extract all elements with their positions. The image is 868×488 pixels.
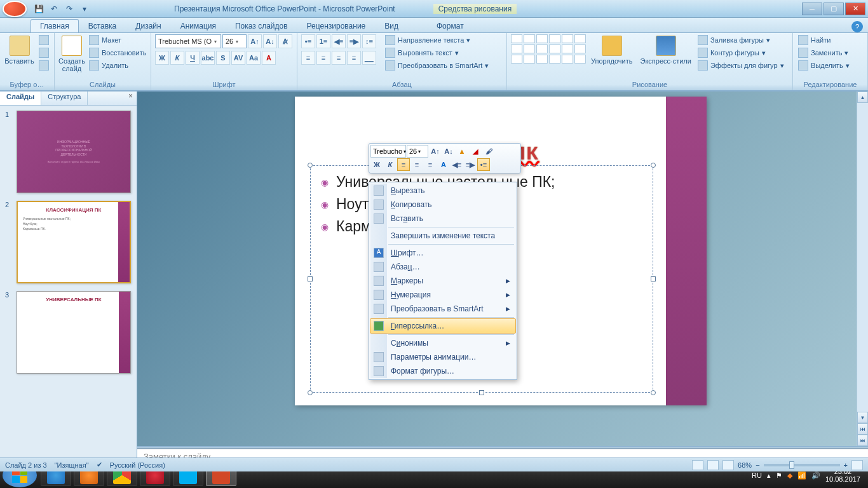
redo-icon[interactable]: ↷ bbox=[62, 2, 76, 16]
change-case-button[interactable]: Aa bbox=[247, 51, 261, 65]
slide-thumb-2[interactable]: КЛАССИФИКАЦИЯ ПК Универсальные настольны… bbox=[17, 201, 131, 283]
strike-button[interactable]: abc bbox=[201, 51, 215, 65]
undo-icon[interactable]: ↶ bbox=[47, 2, 61, 16]
status-language[interactable]: Русский (Россия) bbox=[137, 461, 165, 469]
zoom-percent[interactable]: 68% bbox=[738, 461, 752, 469]
cut-button[interactable] bbox=[37, 34, 50, 46]
mini-highlight[interactable]: ▲ bbox=[456, 145, 468, 158]
inc-indent-button[interactable]: ≡▶ bbox=[347, 34, 361, 48]
tray-chevron-icon[interactable]: ▴ bbox=[767, 471, 771, 480]
tab-design[interactable]: Дизайн bbox=[126, 19, 170, 32]
mini-format-painter[interactable]: 🖌 bbox=[482, 145, 495, 158]
align-center-button[interactable]: ≡ bbox=[316, 51, 330, 65]
cm-cut[interactable]: Вырезать bbox=[370, 184, 515, 198]
tab-slideshow[interactable]: Показ слайдов bbox=[226, 19, 297, 32]
align-text-button[interactable]: Выровнять текст ▾ bbox=[384, 47, 490, 58]
cm-copy[interactable]: Копировать bbox=[370, 198, 515, 212]
cm-format-shape[interactable]: Формат фигуры… bbox=[370, 364, 515, 378]
numbering-button[interactable]: 1≡ bbox=[316, 34, 330, 48]
mini-inc-indent[interactable]: ≡▶ bbox=[464, 158, 477, 171]
panel-tab-outline[interactable]: Структура bbox=[41, 92, 88, 105]
shape-effects-button[interactable]: Эффекты для фигур ▾ bbox=[696, 60, 785, 71]
align-left-button[interactable]: ≡ bbox=[301, 51, 315, 65]
fit-window-button[interactable] bbox=[851, 460, 863, 470]
qat-more-icon[interactable]: ▾ bbox=[78, 2, 92, 16]
panel-close-icon[interactable]: × bbox=[125, 92, 137, 105]
shrink-font-button[interactable]: A↓ bbox=[263, 34, 277, 48]
shape-fill-button[interactable]: Заливка фигуры ▾ bbox=[696, 34, 785, 46]
slide-thumb-3[interactable]: УНИВЕРСАЛЬНЫЕ ПК bbox=[17, 291, 131, 374]
text-direction-button[interactable]: Направление текста ▾ bbox=[384, 34, 490, 46]
mini-align-right[interactable]: ≡ bbox=[424, 158, 437, 171]
mini-align-left[interactable]: ≡ bbox=[397, 158, 410, 171]
mini-align-center[interactable]: ≡ bbox=[410, 158, 423, 171]
view-sorter-button[interactable] bbox=[707, 460, 719, 470]
view-normal-button[interactable] bbox=[692, 460, 703, 470]
shapes-gallery[interactable] bbox=[511, 34, 586, 64]
resize-handle-tr[interactable] bbox=[651, 163, 656, 168]
resize-handle-mr[interactable] bbox=[651, 276, 656, 281]
minimize-button[interactable]: ─ bbox=[802, 3, 822, 15]
tab-home[interactable]: Главная bbox=[31, 19, 79, 32]
mini-grow-font[interactable]: A↑ bbox=[429, 145, 442, 158]
scroll-up-icon[interactable]: ▲ bbox=[857, 92, 868, 103]
tab-insert[interactable]: Вставка bbox=[79, 19, 126, 32]
resize-handle-br[interactable] bbox=[651, 390, 656, 395]
mini-shrink-font[interactable]: A↓ bbox=[442, 145, 455, 158]
zoom-in-button[interactable]: + bbox=[844, 461, 848, 469]
save-icon[interactable]: 💾 bbox=[32, 2, 46, 16]
shape-outline-button[interactable]: Контур фигуры ▾ bbox=[696, 47, 785, 58]
resize-handle-bm[interactable] bbox=[479, 390, 484, 395]
bold-button[interactable]: Ж bbox=[155, 51, 169, 65]
align-justify-button[interactable]: ≡ bbox=[347, 51, 361, 65]
select-button[interactable]: Выделить ▾ bbox=[797, 60, 851, 71]
cm-paste[interactable]: Вставить bbox=[370, 212, 515, 226]
mini-font-color[interactable]: ◢ bbox=[469, 145, 482, 158]
columns-button[interactable]: ⎯⎯ bbox=[362, 51, 376, 65]
close-button[interactable]: ✕ bbox=[845, 3, 865, 15]
cm-smartart[interactable]: Преобразовать в SmartArt▶ bbox=[370, 302, 515, 316]
prev-slide-icon[interactable]: ⏮ bbox=[857, 423, 868, 435]
cm-font[interactable]: AШрифт… bbox=[370, 246, 515, 260]
tray-antivirus-icon[interactable]: ◆ bbox=[787, 471, 792, 480]
tab-review[interactable]: Рецензирование bbox=[297, 19, 376, 32]
resize-handle-tl[interactable] bbox=[308, 163, 313, 168]
cm-bullets[interactable]: Маркеры▶ bbox=[370, 274, 515, 288]
cm-end-edit[interactable]: Завершить изменение текста bbox=[370, 229, 515, 243]
zoom-slider[interactable] bbox=[764, 464, 840, 466]
font-family-combo[interactable]: Trebuchet MS (О▾ bbox=[155, 34, 221, 48]
align-right-button[interactable]: ≡ bbox=[332, 51, 346, 65]
tab-animation[interactable]: Анимация bbox=[171, 19, 226, 32]
italic-button[interactable]: К bbox=[170, 51, 184, 65]
tray-language[interactable]: RU bbox=[752, 471, 762, 479]
slide-thumb-1[interactable]: ИНФОРМАЦИОННЫЕ ТЕХНОЛОГИИ В ПРОФЕССИОНАЛ… bbox=[17, 111, 131, 193]
paste-button[interactable]: Вставить bbox=[4, 34, 35, 66]
maximize-button[interactable]: ▢ bbox=[824, 3, 844, 15]
font-color-button[interactable]: A bbox=[262, 51, 276, 65]
help-icon[interactable]: ? bbox=[851, 21, 863, 32]
mini-dec-indent[interactable]: ◀≡ bbox=[451, 158, 463, 171]
tab-view[interactable]: Вид bbox=[375, 19, 408, 32]
resize-handle-ml[interactable] bbox=[308, 276, 313, 281]
vertical-scrollbar[interactable]: ▲ ▼ ⏮ ⏭ bbox=[857, 92, 868, 446]
resize-handle-bl[interactable] bbox=[308, 390, 313, 395]
find-button[interactable]: Найти bbox=[797, 34, 851, 46]
char-spacing-button[interactable]: AV bbox=[231, 51, 245, 65]
delete-button[interactable]: Удалить bbox=[88, 60, 147, 71]
shadow-button[interactable]: S bbox=[216, 51, 230, 65]
mini-size-combo[interactable]: 26▾ bbox=[407, 145, 428, 158]
cm-paragraph[interactable]: Абзац… bbox=[370, 260, 515, 274]
mini-font-color-2[interactable]: A bbox=[437, 158, 450, 171]
view-slideshow-button[interactable] bbox=[722, 460, 734, 470]
tab-format[interactable]: Формат bbox=[427, 19, 473, 32]
bullets-button[interactable]: •≡ bbox=[301, 34, 315, 48]
format-painter-button[interactable] bbox=[37, 60, 50, 71]
panel-tab-slides[interactable]: Слайды bbox=[0, 92, 41, 105]
arrange-button[interactable]: Упорядочить bbox=[588, 34, 635, 66]
cm-hyperlink[interactable]: Гиперссылка… bbox=[370, 318, 516, 334]
replace-button[interactable]: Заменить ▾ bbox=[797, 47, 851, 58]
dec-indent-button[interactable]: ◀≡ bbox=[332, 34, 346, 48]
clear-format-button[interactable]: A̷ bbox=[278, 34, 292, 48]
scroll-down-icon[interactable]: ▼ bbox=[857, 412, 868, 423]
tray-network-icon[interactable]: 📶 bbox=[797, 471, 806, 480]
